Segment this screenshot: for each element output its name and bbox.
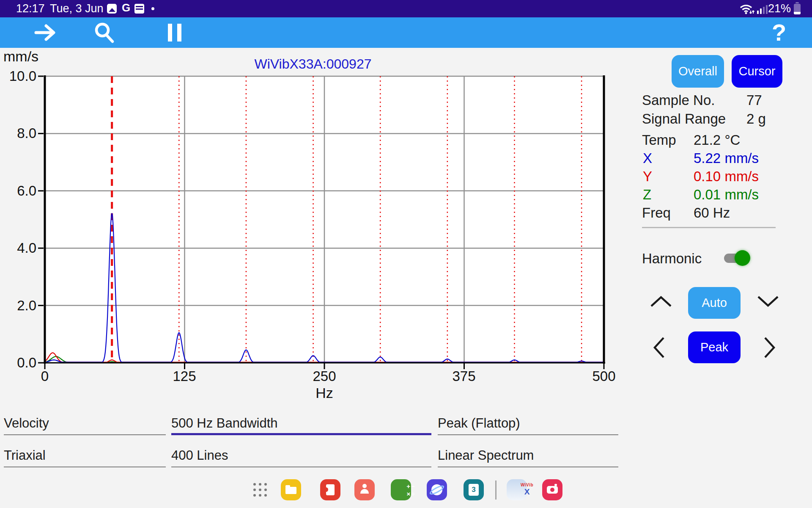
camera-icon [547, 486, 558, 494]
x-tick-label: 0 [15, 368, 74, 385]
peak-button[interactable]: Peak [688, 331, 741, 363]
cell-signal-icon [757, 5, 768, 14]
temp-label: Temp [642, 132, 676, 148]
setting-spectrum-type[interactable]: Linear Spectrum [438, 448, 618, 467]
chevron-left-icon[interactable] [653, 336, 665, 359]
dock-app-browser[interactable] [427, 479, 447, 500]
auto-button[interactable]: Auto [688, 287, 741, 319]
freq-label: Freq [642, 205, 671, 221]
forward-arrow-button[interactable] [33, 17, 57, 48]
search-button[interactable] [92, 17, 116, 48]
harmonic-label: Harmonic [642, 251, 702, 267]
cursor-button[interactable]: Cursor [732, 55, 782, 88]
x-axis-value: 5.22 mm/s [694, 150, 759, 166]
app-drawer-grid-icon [253, 483, 267, 497]
spectrum-plot[interactable] [38, 75, 607, 371]
status-bar: 12:17 Tue, 3 Jun G 21% [0, 0, 812, 17]
calendar-icon: 3 [469, 484, 479, 496]
sample-no-value: 77 [746, 92, 762, 108]
temp-value: 21.2 °C [694, 132, 740, 148]
x-tick-label: 375 [434, 368, 494, 385]
pause-icon [166, 23, 183, 42]
z-axis-label: Z [643, 187, 651, 203]
dock-app-wivib[interactable]: WiVib X [507, 479, 527, 500]
y-tick-label: 6.0 [0, 182, 36, 199]
x-tick-label: 500 [574, 368, 634, 385]
folder-icon [285, 487, 296, 494]
date: Tue, 3 Jun [50, 2, 104, 15]
setting-bandwidth[interactable]: 500 Hz Bandwidth [171, 416, 431, 435]
search-icon [93, 22, 115, 44]
notes-icon [326, 484, 335, 495]
overall-button[interactable]: Overall [672, 55, 724, 88]
contacts-person-icon [362, 484, 367, 488]
z-axis-value: 0.01 mm/s [694, 187, 759, 203]
dock-app-contacts[interactable] [354, 479, 375, 500]
signal-range-label: Signal Range [642, 111, 726, 127]
dock-app-myfiles[interactable] [281, 479, 301, 500]
setting-measure-type[interactable]: Velocity [4, 416, 166, 435]
x-tick-label: 125 [155, 368, 214, 385]
harmonic-toggle[interactable] [724, 254, 749, 263]
x-axis-unit: Hz [295, 384, 354, 401]
help-button[interactable]: ? [766, 17, 792, 48]
x-axis-label: X [643, 150, 652, 166]
chevron-up-icon[interactable] [649, 295, 673, 308]
app-drawer-button[interactable] [250, 479, 270, 500]
battery-icon [794, 4, 801, 14]
dock-app-camera[interactable] [542, 479, 562, 500]
calculator-icon: +− [401, 483, 421, 489]
wivib-app-icon: WiVib [517, 483, 537, 487]
pause-button[interactable] [163, 17, 187, 48]
dock-app-notes[interactable] [320, 479, 340, 500]
dock-app-calendar[interactable]: 3 [464, 479, 484, 500]
y-tick-label: 10.0 [0, 68, 36, 85]
dock-app-calculator[interactable]: +− ×÷ [391, 479, 411, 500]
y-tick-label: 2.0 [0, 297, 36, 314]
forward-arrow-icon [33, 23, 57, 42]
notification-dot-icon [151, 7, 154, 10]
chevron-down-icon[interactable] [756, 295, 780, 308]
setting-detection[interactable]: Peak (Flattop) [438, 416, 618, 435]
y-axis-value: 0.10 mm/s [694, 168, 759, 185]
chart-title: WiVibX33A:000927 [33, 56, 593, 72]
dock-separator [495, 480, 497, 500]
google-notification-icon: G [122, 1, 130, 14]
sample-no-label: Sample No. [642, 92, 715, 108]
freq-value: 60 Hz [694, 205, 730, 221]
battery-percent: 21% [768, 2, 791, 15]
harmonic-toggle-knob [735, 250, 750, 266]
signal-range-value: 2 g [746, 111, 766, 127]
notification-image-icon [107, 4, 117, 14]
y-axis-label: Y [643, 168, 652, 185]
help-icon: ? [772, 17, 786, 48]
clock: 12:17 [16, 2, 45, 15]
setting-lines[interactable]: 400 Lines [171, 448, 431, 467]
panel-divider [642, 227, 776, 228]
setting-axis-mode[interactable]: Triaxial [4, 448, 166, 467]
y-tick-label: 8.0 [0, 125, 36, 142]
app-toolbar: ? [0, 17, 812, 48]
y-tick-label: 4.0 [0, 240, 36, 257]
notification-calendar-icon [134, 4, 144, 14]
x-tick-label: 250 [295, 368, 354, 385]
wifi-icon [739, 3, 754, 15]
chevron-right-icon[interactable] [763, 336, 776, 359]
